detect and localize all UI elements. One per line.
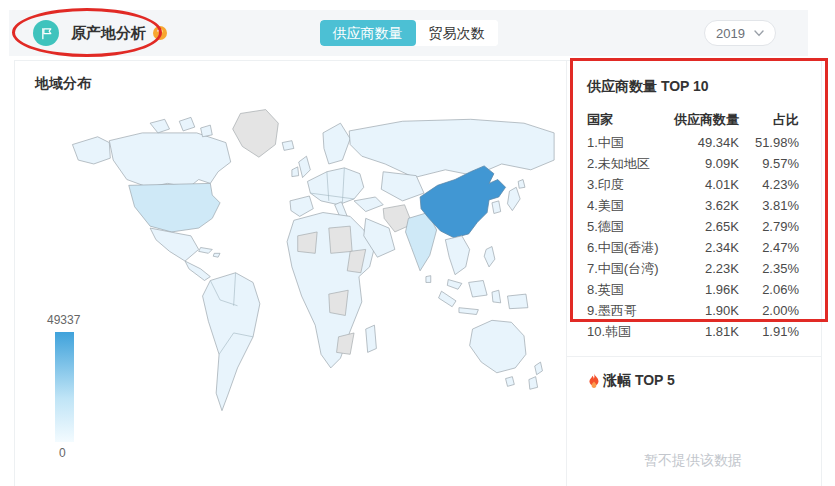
map-country-srilanka[interactable] <box>426 276 431 283</box>
map-country-uk[interactable] <box>299 156 311 177</box>
map-country-japan[interactable] <box>508 180 525 211</box>
row-share: 9.57% <box>739 153 799 174</box>
table-row: 3.印度 4.01K 4.23% <box>587 174 799 195</box>
map-country-usa[interactable] <box>129 183 220 232</box>
row-share: 3.81% <box>739 195 799 216</box>
right-panel: 供应商数量 TOP 10 国家 供应商数量 占比 1.中国 49.34K 51.… <box>566 61 821 486</box>
rise-top5-title: 涨幅 TOP 5 <box>603 372 675 390</box>
flame-icon <box>587 373 601 389</box>
row-value: 4.01K <box>669 174 739 195</box>
year-dropdown-value: 2019 <box>716 26 745 41</box>
map-section-title: 地域分布 <box>35 75 91 93</box>
map-europe-mainland[interactable] <box>307 168 363 205</box>
row-country: 1.中国 <box>587 132 669 153</box>
row-country: 8.英国 <box>587 279 669 300</box>
page-title: 原产地分析 <box>71 24 146 43</box>
analysis-card: 地域分布 <box>14 60 822 486</box>
map-section: 地域分布 <box>15 61 566 486</box>
row-country: 5.德国 <box>587 216 669 237</box>
map-country-australia[interactable] <box>470 320 526 372</box>
map-country-russia[interactable] <box>349 119 554 177</box>
map-country-newzealand[interactable] <box>529 362 543 389</box>
tab-supplier-count[interactable]: 供应商数量 <box>320 20 416 46</box>
map-country-canada[interactable] <box>109 133 230 187</box>
map-country-turkey[interactable] <box>354 197 383 212</box>
page-title-group: 原产地分析 ? <box>33 20 167 46</box>
rise-top5-header: 涨幅 TOP 5 <box>587 372 799 390</box>
header-bar: 原产地分析 ? 供应商数量 贸易次数 2019 <box>9 10 808 56</box>
map-country-spain[interactable] <box>290 196 313 216</box>
world-map[interactable] <box>53 99 558 429</box>
map-south-america[interactable] <box>203 273 260 411</box>
map-country-alaska[interactable] <box>72 137 110 164</box>
table-row: 6.中国(香港) 2.34K 2.47% <box>587 237 799 258</box>
no-data-placeholder: 暂不提供该数据 <box>587 452 799 470</box>
map-caribbean[interactable] <box>199 247 220 257</box>
row-country: 3.印度 <box>587 174 669 195</box>
map-country-greenland[interactable] <box>233 110 279 158</box>
row-country: 10.韩国 <box>587 321 669 342</box>
row-share: 51.98% <box>739 132 799 153</box>
row-share: 2.35% <box>739 258 799 279</box>
map-scandinavia[interactable] <box>323 123 350 164</box>
row-share: 2.79% <box>739 216 799 237</box>
row-value: 3.62K <box>669 195 739 216</box>
row-country: 6.中国(香港) <box>587 237 669 258</box>
row-value: 2.23K <box>669 258 739 279</box>
chevron-down-icon <box>754 30 764 37</box>
row-value: 9.09K <box>669 153 739 174</box>
view-toggle-tabs: 供应商数量 贸易次数 <box>320 20 498 46</box>
map-indochina[interactable] <box>445 236 469 275</box>
map-country-malaysia[interactable] <box>447 280 462 290</box>
table-row: 5.德国 2.65K 2.79% <box>587 216 799 237</box>
row-country: 2.未知地区 <box>587 153 669 174</box>
row-country: 4.美国 <box>587 195 669 216</box>
col-supplier-count: 供应商数量 <box>669 109 739 130</box>
col-country: 国家 <box>587 109 669 130</box>
row-value: 1.90K <box>669 300 739 321</box>
help-icon[interactable]: ? <box>153 26 167 40</box>
map-country-madagascar[interactable] <box>366 325 377 352</box>
row-share: 2.47% <box>739 237 799 258</box>
row-value: 1.81K <box>669 321 739 342</box>
tab-trade-count[interactable]: 贸易次数 <box>416 20 498 46</box>
legend-min-label: 0 <box>59 446 99 460</box>
table-row: 4.美国 3.62K 3.81% <box>587 195 799 216</box>
map-country-korea[interactable] <box>492 201 501 214</box>
year-dropdown[interactable]: 2019 <box>704 20 776 46</box>
table-row: 9.墨西哥 1.90K 2.00% <box>587 300 799 321</box>
row-country: 9.墨西哥 <box>587 300 669 321</box>
map-country-philippines[interactable] <box>484 247 495 267</box>
row-share: 2.00% <box>739 300 799 321</box>
top10-section: 供应商数量 TOP 10 国家 供应商数量 占比 1.中国 49.34K 51.… <box>567 61 821 356</box>
map-country-iceland[interactable] <box>282 141 294 151</box>
row-share: 1.91% <box>739 321 799 342</box>
row-value: 1.96K <box>669 279 739 300</box>
row-value: 2.34K <box>669 237 739 258</box>
legend-gradient-bar <box>55 332 74 442</box>
flag-icon <box>33 20 59 46</box>
row-value: 49.34K <box>669 132 739 153</box>
table-row: 8.英国 1.96K 2.06% <box>587 279 799 300</box>
top10-title: 供应商数量 TOP 10 <box>587 78 799 96</box>
col-share: 占比 <box>739 109 799 130</box>
top10-header-row: 国家 供应商数量 占比 <box>587 109 799 130</box>
row-country: 7.中国(台湾) <box>587 258 669 279</box>
map-country-ireland[interactable] <box>292 167 299 177</box>
table-row: 7.中国(台湾) 2.23K 2.35% <box>587 258 799 279</box>
legend-max-label: 49337 <box>47 313 99 327</box>
row-share: 4.23% <box>739 174 799 195</box>
map-central-america[interactable] <box>185 261 210 280</box>
rise-top5-section: 涨幅 TOP 5 暂不提供该数据 <box>567 356 821 470</box>
map-color-legend: 49337 0 <box>39 313 99 460</box>
table-row: 2.未知地区 9.09K 9.57% <box>587 153 799 174</box>
table-row: 1.中国 49.34K 51.98% <box>587 132 799 153</box>
row-share: 2.06% <box>739 279 799 300</box>
map-country-mexico[interactable] <box>150 228 199 261</box>
row-value: 2.65K <box>669 216 739 237</box>
table-row: 10.韩国 1.81K 1.91% <box>587 321 799 342</box>
map-tasmania[interactable] <box>506 377 515 387</box>
